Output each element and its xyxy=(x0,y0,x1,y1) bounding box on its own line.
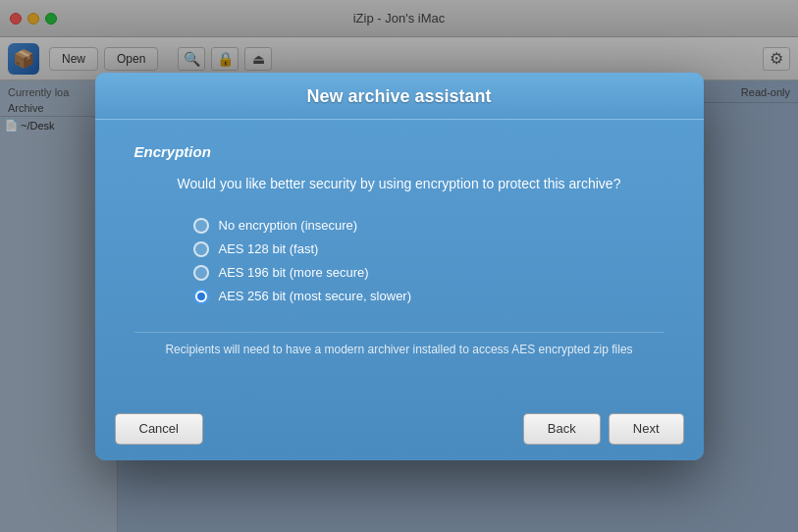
cancel-button[interactable]: Cancel xyxy=(115,413,203,445)
radio-label-none: No encryption (insecure) xyxy=(219,218,358,233)
section-question: Would you like better security by using … xyxy=(134,174,665,194)
radio-circle-aes128 xyxy=(193,241,209,257)
info-text: Recipients will need to have a modern ar… xyxy=(134,332,665,366)
radio-label-aes256: AES 256 bit (most secure, slower) xyxy=(219,289,412,303)
radio-dot-aes256 xyxy=(197,293,205,300)
footer-right-buttons: Back Next xyxy=(523,413,684,445)
modal-footer: Cancel Back Next xyxy=(95,401,704,460)
radio-option-aes128[interactable]: AES 128 bit (fast) xyxy=(193,241,665,257)
back-button[interactable]: Back xyxy=(523,413,601,445)
radio-options: No encryption (insecure) AES 128 bit (fa… xyxy=(193,218,665,304)
modal-title: New archive assistant xyxy=(306,86,491,106)
radio-circle-aes196 xyxy=(193,265,209,281)
radio-option-none[interactable]: No encryption (insecure) xyxy=(193,218,665,234)
radio-option-aes256[interactable]: AES 256 bit (most secure, slower) xyxy=(193,289,665,304)
modal-dialog: New archive assistant Encryption Would y… xyxy=(95,73,704,460)
radio-label-aes128: AES 128 bit (fast) xyxy=(219,241,319,256)
radio-circle-aes256 xyxy=(193,289,209,304)
radio-label-aes196: AES 196 bit (more secure) xyxy=(219,265,369,280)
modal-body: Encryption Would you like better securit… xyxy=(95,120,704,401)
radio-option-aes196[interactable]: AES 196 bit (more secure) xyxy=(193,265,665,281)
modal-titlebar: New archive assistant xyxy=(95,73,704,120)
radio-circle-none xyxy=(193,218,209,234)
section-title: Encryption xyxy=(134,143,665,160)
next-button[interactable]: Next xyxy=(609,413,684,445)
modal-overlay: New archive assistant Encryption Would y… xyxy=(0,0,798,532)
